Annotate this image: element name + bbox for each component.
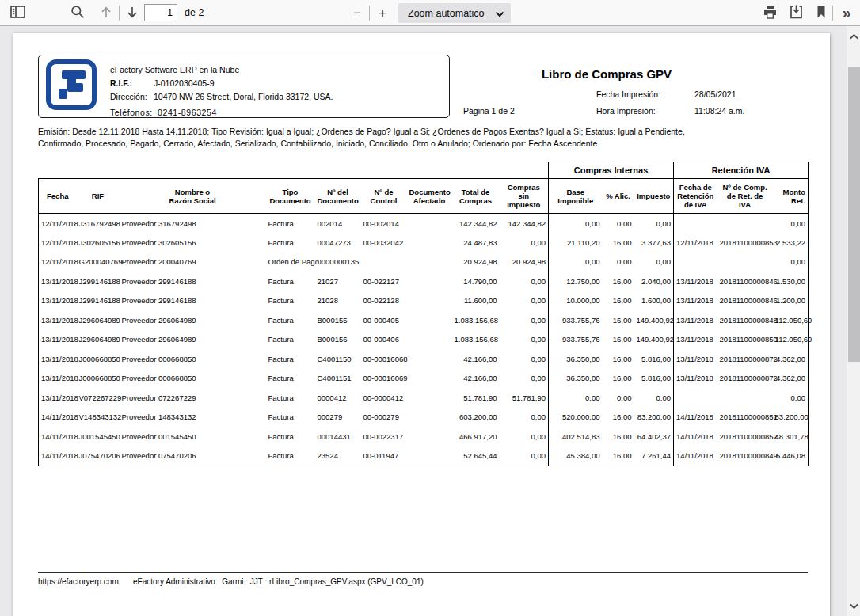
table-cell: 00-002014 xyxy=(361,214,407,234)
pdf-viewer-area: eFactory Software ERP en la Nube R.I.F.:… xyxy=(0,26,860,616)
table-cell: 0,00 xyxy=(773,388,809,408)
table-cell: 1.200,00 xyxy=(773,291,809,311)
table-cell: 16,00 xyxy=(603,330,634,350)
table-cell: J296064989 xyxy=(77,330,120,350)
footer-report-info: eFactory Administrativo : Garmi : JJT : … xyxy=(133,577,424,586)
more-tools-button[interactable]: » xyxy=(835,2,858,24)
table-cell: 13/11/2018 xyxy=(39,291,77,311)
table-cell: 21.110,20 xyxy=(549,233,603,253)
table-cell: 13/11/2018 xyxy=(39,330,77,350)
zoom-level-select[interactable]: Zoom automático xyxy=(398,3,511,23)
table-cell: 13/11/2018 xyxy=(674,291,717,311)
table-cell xyxy=(407,310,452,330)
table-row: 14/11/2018V148343132Proveedor 148343132F… xyxy=(39,408,809,428)
table-cell: J001545450 xyxy=(77,427,120,447)
table-cell xyxy=(407,408,452,428)
table-cell: C4001151 xyxy=(315,369,361,389)
bookmark-icon xyxy=(816,5,827,21)
search-button[interactable] xyxy=(67,2,89,24)
table-cell: Factura xyxy=(266,408,315,428)
page-number-input[interactable] xyxy=(144,4,177,21)
next-page-button[interactable] xyxy=(121,2,143,24)
table-cell: 13/11/2018 xyxy=(674,330,717,350)
table-cell: 603.200,00 xyxy=(452,408,500,428)
print-button[interactable] xyxy=(759,2,781,24)
scrollbar-thumb[interactable] xyxy=(848,67,860,362)
table-cell: 20181100000846 xyxy=(717,272,773,291)
table-cell: 16,00 xyxy=(603,447,634,466)
table-cell: 16,00 xyxy=(603,233,634,253)
table-cell: Proveedor 001545450 xyxy=(120,427,266,447)
table-cell: 51.781,90 xyxy=(452,388,500,408)
table-cell: 149.400,92 xyxy=(634,310,674,330)
report-title: Libro de Compras GPV xyxy=(488,67,725,81)
table-cell xyxy=(674,253,717,272)
table-cell xyxy=(407,330,452,350)
vertical-scrollbar[interactable] xyxy=(847,26,860,616)
zoom-in-button[interactable]: + xyxy=(371,2,394,24)
fecha-impresion-label: Fecha Impresión: xyxy=(596,89,660,99)
column-header: % Alic. xyxy=(603,179,634,214)
table-cell: 16,00 xyxy=(603,369,634,389)
table-cell: 13/11/2018 xyxy=(39,310,77,330)
zoom-out-button[interactable]: − xyxy=(346,2,368,24)
footer-url: https://efactoryerp.com xyxy=(38,577,119,586)
table-cell: 5.446,08 xyxy=(773,447,809,466)
toolbar-separator xyxy=(119,6,120,21)
table-cell: 16,00 xyxy=(603,291,634,311)
table-cell: 2.040,00 xyxy=(634,272,674,291)
table-cell xyxy=(407,253,452,272)
company-address-label: Dirección: xyxy=(110,92,147,101)
table-cell: 4.362,00 xyxy=(773,369,809,389)
table-cell: J299146188 xyxy=(77,291,120,311)
table-cell: 16,00 xyxy=(603,310,634,330)
table-cell: 00014431 xyxy=(315,427,361,447)
table-cell: Factura xyxy=(266,291,315,311)
group-header-row: Compras Internas Retención IVA xyxy=(39,162,809,179)
table-cell: 466.917,20 xyxy=(452,427,500,447)
table-cell: V072267229 xyxy=(77,388,120,408)
toolbar-separator xyxy=(832,6,833,21)
column-header: Documento Afectado xyxy=(407,179,452,214)
table-cell: Factura xyxy=(266,310,315,330)
table-cell: 00047273 xyxy=(315,233,361,253)
table-cell: 48.301,78 xyxy=(773,427,809,447)
column-header: Nº de Comp. de Ret. de IVA xyxy=(717,179,773,214)
table-cell: 5.816,00 xyxy=(634,369,674,389)
table-cell: Factura xyxy=(266,447,315,466)
table-row: 13/11/2018J000668850Proveedor 000668850F… xyxy=(39,369,809,389)
table-cell: 00-00016069 xyxy=(361,369,407,389)
table-cell: 12/11/2018 xyxy=(39,253,77,272)
table-cell: 1.530,00 xyxy=(773,272,809,291)
table-cell: G200040769 xyxy=(77,253,120,272)
search-icon xyxy=(70,5,85,21)
column-header: Impuesto xyxy=(634,179,674,214)
table-row: 13/11/2018J296064989Proveedor 296064989F… xyxy=(39,330,809,350)
table-cell: C4001150 xyxy=(315,349,361,369)
toggle-sidebar-button[interactable] xyxy=(6,2,29,24)
scroll-up-icon[interactable] xyxy=(849,29,859,44)
current-view-button[interactable] xyxy=(810,2,832,24)
table-cell xyxy=(407,214,452,234)
download-button[interactable] xyxy=(785,2,807,24)
table-cell: 0000412 xyxy=(315,388,361,408)
table-cell: 13/11/2018 xyxy=(674,349,717,369)
company-address-value: 10470 NW 26 Street, Doral, Florida 33172… xyxy=(154,92,333,101)
table-cell: 14/11/2018 xyxy=(39,408,77,428)
table-cell: 142.344,82 xyxy=(500,214,549,234)
table-cell: 0,00 xyxy=(549,214,603,234)
table-cell: 42.166,00 xyxy=(452,349,500,369)
table-cell: 0,00 xyxy=(500,447,549,466)
table-cell: 933.755,76 xyxy=(549,310,603,330)
table-cell: 0,00 xyxy=(603,253,634,272)
column-header: Total de Compras xyxy=(452,179,500,214)
table-cell: Proveedor 296064989 xyxy=(120,310,266,330)
filter-criteria-line1: Emisión: Desde 12.11.2018 Hasta 14.11.20… xyxy=(38,126,826,138)
previous-page-button[interactable] xyxy=(95,2,117,24)
table-cell: 14.790,00 xyxy=(452,272,500,291)
table-cell xyxy=(407,427,452,447)
table-cell: 20181100000872 xyxy=(717,349,773,369)
table-cell: 112.050,69 xyxy=(773,330,809,350)
table-cell: 20.924,98 xyxy=(500,253,549,272)
scroll-down-icon[interactable] xyxy=(849,599,859,613)
